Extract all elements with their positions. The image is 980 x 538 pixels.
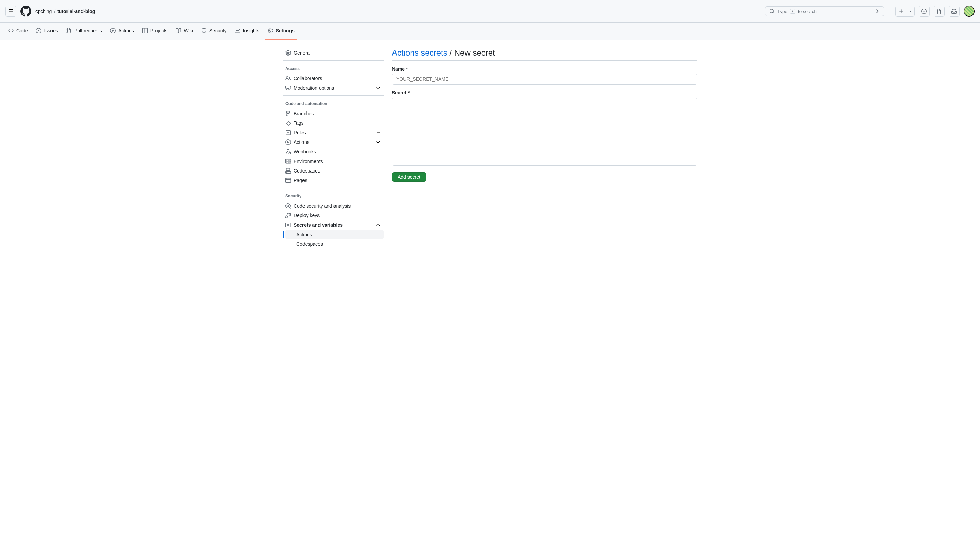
code-icon — [8, 28, 14, 33]
sidebar-label: Branches — [294, 111, 314, 116]
repo-nav: Code Issues Pull requests Actions Projec… — [0, 22, 980, 40]
comment-discussion-icon — [285, 85, 291, 91]
nav-label: Wiki — [184, 28, 192, 33]
user-avatar[interactable] — [964, 6, 975, 17]
create-new-dropdown[interactable] — [907, 6, 915, 17]
book-icon — [176, 28, 181, 33]
sidebar-divider — [283, 60, 383, 61]
sidebar-divider — [283, 96, 383, 96]
sidebar-sub-codespaces[interactable]: Codespaces — [285, 239, 383, 249]
sidebar-label: Rules — [294, 130, 306, 135]
group-title-access: Access — [283, 64, 383, 74]
sidebar-label: Moderation options — [294, 85, 334, 91]
nav-projects[interactable]: Projects — [140, 25, 170, 40]
browser-icon — [285, 178, 291, 183]
breadcrumb-actions-secrets[interactable]: Actions secrets — [392, 48, 447, 57]
sidebar-rules[interactable]: Rules — [283, 128, 383, 137]
sidebar-environments[interactable]: Environments — [283, 156, 383, 166]
codescan-icon — [285, 203, 291, 209]
sidebar-actions[interactable]: Actions — [283, 137, 383, 147]
create-new-button[interactable] — [896, 6, 907, 17]
nav-label: Actions — [118, 28, 134, 33]
play-icon — [285, 139, 291, 145]
github-icon — [21, 6, 31, 17]
webhook-icon — [285, 149, 291, 154]
breadcrumb-separator: / — [54, 8, 55, 14]
key-icon — [285, 213, 291, 218]
sidebar-codespaces[interactable]: Codespaces — [283, 166, 383, 175]
search-input[interactable]: Type / to search — [765, 6, 884, 16]
chevron-up-icon — [375, 222, 381, 228]
git-pull-request-icon — [936, 8, 942, 14]
inbox-icon — [951, 8, 957, 14]
git-pull-request-icon — [66, 28, 72, 33]
nav-pull-requests[interactable]: Pull requests — [64, 25, 105, 40]
sidebar-moderation[interactable]: Moderation options — [283, 83, 383, 93]
nav-label: Projects — [150, 28, 168, 33]
issues-button[interactable] — [919, 6, 929, 17]
plus-icon — [899, 8, 904, 14]
nav-label: Pull requests — [74, 28, 102, 33]
sidebar-sub-actions[interactable]: Actions — [285, 230, 383, 239]
slash-key-hint: / — [790, 9, 795, 14]
gear-icon — [268, 28, 273, 33]
table-icon — [142, 28, 148, 33]
sidebar-label: Webhooks — [294, 149, 316, 154]
graph-icon — [235, 28, 240, 33]
nav-wiki[interactable]: Wiki — [173, 25, 196, 40]
sidebar-label: Secrets and variables — [294, 222, 343, 228]
hamburger-button[interactable] — [5, 6, 16, 17]
owner-link[interactable]: cpching — [35, 8, 52, 14]
sidebar-label: Collaborators — [294, 76, 322, 81]
secret-name-input[interactable] — [392, 74, 697, 84]
sidebar-general[interactable]: General — [283, 48, 383, 57]
nav-security[interactable]: Security — [199, 25, 229, 40]
codespaces-icon — [285, 168, 291, 173]
nav-settings[interactable]: Settings — [265, 25, 298, 40]
search-placeholder-prefix: Type — [778, 9, 788, 14]
sidebar-deploy-keys[interactable]: Deploy keys — [283, 211, 383, 220]
shield-icon — [201, 28, 207, 33]
nav-label: Issues — [44, 28, 57, 33]
hamburger-icon — [8, 8, 14, 14]
secret-value-textarea[interactable] — [392, 97, 697, 166]
add-secret-button[interactable]: Add secret — [392, 172, 426, 182]
sidebar-label: Codespaces — [294, 168, 320, 173]
sidebar-label: General — [294, 50, 311, 56]
gear-icon — [285, 50, 291, 56]
secret-label: Secret * — [392, 90, 697, 96]
nav-label: Security — [209, 28, 227, 33]
app-header: cpching / tutorial-and-blog Type / to se… — [0, 0, 980, 22]
sidebar-label: Deploy keys — [294, 213, 320, 218]
nav-label: Settings — [276, 28, 294, 33]
sidebar-code-security[interactable]: Code security and analysis — [283, 201, 383, 211]
group-title-code-automation: Code and automation — [283, 99, 383, 109]
triangle-down-icon — [909, 10, 913, 13]
sidebar-secrets-variables[interactable]: Secrets and variables — [283, 220, 383, 230]
play-icon — [110, 28, 116, 33]
tag-icon — [285, 120, 291, 126]
nav-issues[interactable]: Issues — [33, 25, 60, 40]
server-icon — [285, 159, 291, 164]
nav-actions[interactable]: Actions — [107, 25, 137, 40]
key-asterisk-icon — [285, 222, 291, 228]
sidebar-webhooks[interactable]: Webhooks — [283, 147, 383, 156]
nav-insights[interactable]: Insights — [232, 25, 262, 40]
sidebar-divider — [283, 188, 383, 188]
pull-requests-button[interactable] — [934, 6, 945, 17]
nav-code[interactable]: Code — [5, 25, 30, 40]
notifications-button[interactable] — [949, 6, 959, 17]
sidebar-tags[interactable]: Tags — [283, 118, 383, 128]
sidebar-pages[interactable]: Pages — [283, 175, 383, 185]
sidebar-collaborators[interactable]: Collaborators — [283, 74, 383, 83]
sidebar-label: Actions — [294, 139, 309, 145]
sidebar-branches[interactable]: Branches — [283, 109, 383, 118]
git-branch-icon — [285, 111, 291, 116]
repo-link[interactable]: tutorial-and-blog — [57, 8, 95, 14]
header-divider — [889, 8, 890, 15]
chevron-down-icon — [375, 85, 381, 91]
sidebar-label: Code security and analysis — [294, 203, 350, 209]
chevron-down-icon — [375, 139, 381, 145]
people-icon — [285, 76, 291, 81]
github-logo[interactable] — [21, 6, 31, 17]
